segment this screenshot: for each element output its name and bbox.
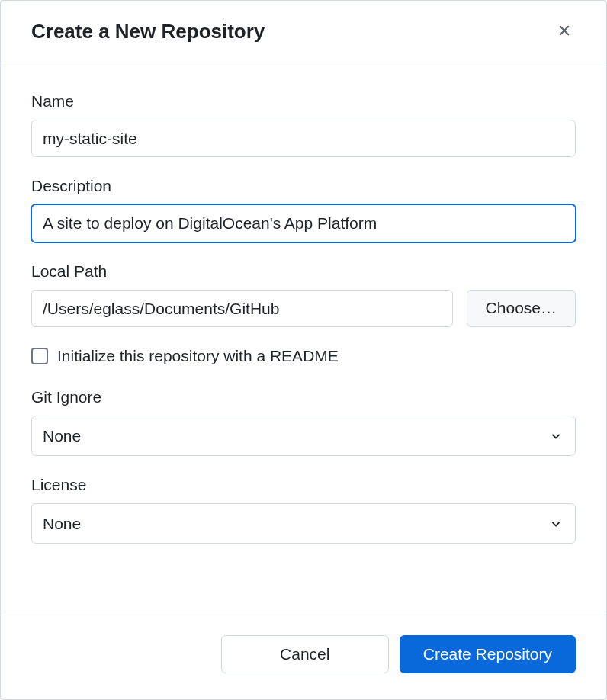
local-path-row: Choose…	[31, 290, 576, 327]
git-ignore-select-wrapper: None	[31, 416, 576, 456]
readme-checkbox[interactable]	[31, 348, 48, 364]
git-ignore-label: Git Ignore	[31, 388, 576, 406]
choose-button[interactable]: Choose…	[467, 290, 576, 327]
description-group: Description	[31, 177, 576, 242]
git-ignore-select[interactable]: None	[31, 416, 576, 456]
license-select[interactable]: None	[31, 503, 576, 544]
readme-checkbox-label[interactable]: Initialize this repository with a README	[57, 347, 339, 365]
local-path-input[interactable]	[31, 290, 453, 327]
create-repository-dialog: Create a New Repository Name Description…	[0, 0, 607, 700]
dialog-footer: Cancel Create Repository	[1, 612, 606, 699]
local-path-label: Local Path	[31, 262, 576, 281]
name-label: Name	[31, 92, 576, 111]
local-path-group: Local Path Choose…	[31, 262, 576, 327]
dialog-title: Create a New Repository	[31, 20, 265, 43]
close-button[interactable]	[553, 19, 576, 44]
git-ignore-group: Git Ignore None	[31, 388, 576, 456]
description-label: Description	[31, 177, 576, 195]
close-icon	[556, 22, 573, 41]
license-group: License None	[31, 476, 576, 544]
license-select-wrapper: None	[31, 503, 576, 544]
dialog-header: Create a New Repository	[1, 1, 606, 66]
cancel-button[interactable]: Cancel	[221, 635, 389, 673]
name-input[interactable]	[31, 120, 576, 157]
name-group: Name	[31, 92, 576, 157]
dialog-body: Name Description Local Path Choose… Init…	[1, 66, 606, 612]
create-repository-button[interactable]: Create Repository	[400, 635, 576, 673]
description-input[interactable]	[31, 204, 576, 242]
license-label: License	[31, 476, 576, 494]
readme-checkbox-row: Initialize this repository with a README	[31, 347, 576, 365]
